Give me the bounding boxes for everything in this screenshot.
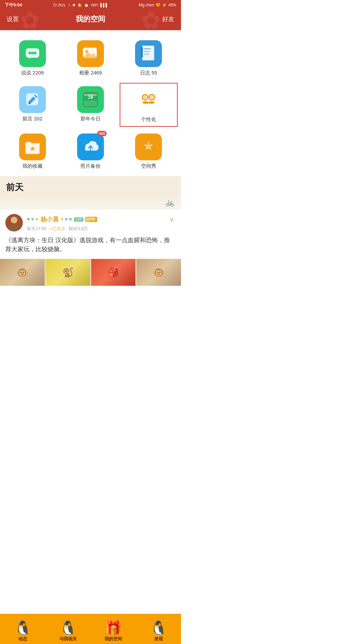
mute-icon: 🔔 [77,3,82,7]
post-image-3[interactable]: 🎒 [91,259,136,286]
charge-icon: ⚡ [162,3,167,7]
svg-rect-14 [141,47,143,58]
svg-rect-12 [143,51,150,52]
memory-icon-box: 18 [77,86,104,113]
icon-collect[interactable]: 我的收藏 [3,130,61,173]
icon-space[interactable]: 空间秀 [120,130,178,173]
collect-label: 我的收藏 [22,163,43,169]
signal-icon: ▌▌▌ [100,3,108,7]
svg-rect-10 [142,46,154,60]
status-time: 下午5:04 [5,2,22,8]
icon-memory[interactable]: 18 那年今日 [61,83,119,127]
memory-svg-icon: 18 [82,91,99,108]
post-images: 🐵 🐒 🎒 🐵 [0,259,181,286]
moon-icon: ☽ [67,3,70,7]
icons-grid: 说说 2209 相册 2469 日志 55 [0,30,181,176]
monkey-icon-1: 🐵 [16,267,28,278]
svg-point-1 [28,52,31,54]
memory-label: 那年今日 [80,116,101,122]
bike-icon: 🚲 [165,198,174,207]
post-time: 前天17:55 [27,226,47,232]
heart-blue-2-icon: ♥ [65,216,68,222]
icon-album[interactable]: 相册 2469 [61,37,119,79]
battery-status: 46% [168,3,176,7]
svg-point-21 [86,92,88,94]
diary-label: 日志 55 [140,70,157,76]
heart-yellow-icon: ♥ [35,216,39,222]
expand-button[interactable]: ∨ [168,214,176,225]
diary-icon-box [135,40,162,67]
collect-icon-box [19,133,46,160]
page-title: 我的空间 [76,14,105,24]
icon-personalize[interactable]: 个性化 [120,83,178,127]
monkey-icon-3: 🐵 [153,267,165,278]
space-svg-icon [140,139,157,155]
personalize-label: 个性化 [141,116,156,123]
backup-badge: 444 [97,131,107,136]
chat-label: 说说 2209 [21,70,44,76]
bluetooth-icon: ✱ [72,3,75,7]
settings-button[interactable]: 设置 [7,15,19,23]
svg-point-22 [93,92,95,94]
svg-point-3 [34,52,37,54]
svg-rect-11 [143,48,151,49]
heart-yellow-2-icon: ♥ [61,216,64,222]
username[interactable]: 杨小晨 [41,215,59,223]
heart-icons-right: ♥ ♥ ♥ [61,216,72,222]
post-image-4[interactable]: 🐵 [136,259,181,286]
svg-point-2 [31,52,34,54]
alarm-icon: ⏰ [84,3,89,7]
wifi-icon: WiFi [91,3,98,7]
avatar[interactable] [5,214,23,231]
backup-label: 照片备份 [80,163,101,169]
icon-chat[interactable]: 说说 2209 [3,37,61,79]
svg-rect-20 [84,101,97,106]
album-svg-icon [82,46,99,61]
heart-icons-left: ♥ ♥ ♥ [27,216,39,222]
svg-rect-13 [143,54,149,55]
svg-rect-19 [84,94,97,96]
friends-button[interactable]: 好友 [162,15,174,23]
section-label: 前天 [0,176,181,196]
backup-icon-box [77,133,104,160]
avatar-image [5,214,23,231]
icon-note[interactable]: 留言 202 [3,83,61,127]
svg-point-28 [150,96,153,99]
personalize-icon-box [135,87,162,114]
heart-green-2-icon: ♥ [69,216,72,222]
note-label: 留言 202 [22,116,42,122]
space-icon-box [135,133,162,160]
level-badges: LV7 LV7年 [74,217,97,222]
icon-backup[interactable]: 444 照片备份 [61,130,119,173]
level-badge-year: LV7年 [85,217,98,222]
post-image-1[interactable]: 🐵 [0,259,45,286]
follow-button[interactable]: +已关注 [50,226,66,232]
post-meta: ♥ ♥ ♥ 杨小晨 ♥ ♥ ♥ LV7 LV7年 ∨ 前天17:55 +已关注 [27,214,176,232]
status-speed: 72.2K/s [53,3,65,7]
status-center: 72.2K/s ☽ ✱ 🔔 ⏰ WiFi ▌▌▌ [53,3,108,7]
album-label: 相册 2469 [79,70,102,76]
header: ✿ ✿ 设置 我的空间 好友 [0,10,181,30]
diary-svg-icon [141,45,156,62]
chat-svg-icon [24,47,41,60]
level-badge-lv7: LV7 [74,217,83,222]
post-time-row: 前天17:55 +已关注 粉丝3.8万 [27,226,176,232]
heart-status-icon: 🧡 [156,3,161,7]
post-content: 《逃离方块：生日 汉化版》逃脱游戏，有一点血腥和恐怖，推荐大家玩，比较烧脑。 [5,236,176,254]
note-svg-icon [25,92,40,107]
svg-point-36 [11,217,17,223]
post-image-2[interactable]: 🐒 [46,259,90,286]
note-icon-box [19,86,46,113]
heart-green-icon: ♥ [27,216,30,222]
post-card: ♥ ♥ ♥ 杨小晨 ♥ ♥ ♥ LV7 LV7年 ∨ 前天17:55 +已关注 [0,209,181,259]
username-status: Mg.chen [139,3,154,7]
svg-point-37 [9,225,19,231]
heart-blue-icon: ♥ [31,216,35,222]
post-header: ♥ ♥ ♥ 杨小晨 ♥ ♥ ♥ LV7 LV7年 ∨ 前天17:55 +已关注 [5,214,176,232]
monkey-icon-2: 🐒 [62,267,74,278]
section-decoration: 🚲 [0,196,181,209]
icon-diary[interactable]: 日志 55 [120,37,178,79]
flower-left-icon: ✿ [20,10,40,30]
fans-count: 粉丝3.8万 [69,226,88,232]
personalize-svg-icon [139,92,158,109]
